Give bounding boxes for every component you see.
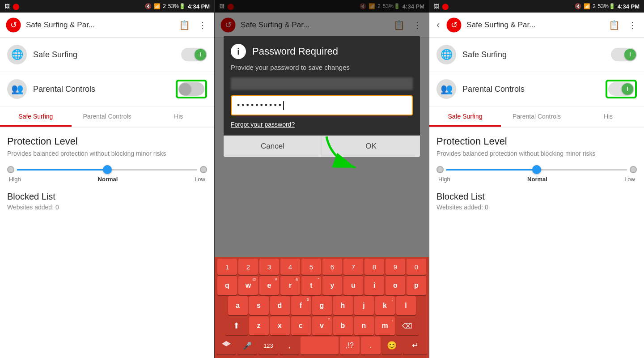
green-arrow bbox=[318, 132, 371, 177]
slider-dot-high-left bbox=[7, 166, 14, 173]
safe-surfing-toggle-right[interactable]: I bbox=[611, 48, 637, 61]
status-left-icons: 🖼 ⬤ bbox=[4, 3, 20, 10]
kb-key-1[interactable]: 1 bbox=[217, 259, 237, 275]
kb-r[interactable]: r& bbox=[280, 276, 300, 295]
kb-v[interactable]: v" bbox=[312, 316, 332, 335]
cancel-button[interactable]: Cancel bbox=[224, 136, 322, 157]
kb-mic[interactable]: 🎤 bbox=[237, 337, 257, 354]
slider-thumb-left[interactable] bbox=[103, 165, 112, 174]
kb-swiftkey[interactable] bbox=[216, 337, 236, 354]
status-bar-left: 🖼 ⬤ 🔇 📶 2 53%🔋 4:34 PM bbox=[0, 0, 214, 13]
kb-key-2[interactable]: 2 bbox=[238, 259, 258, 275]
keyboard[interactable]: 1 2 3 4 5 6 7 8 9 0 q w@ e# r& t* y u i bbox=[215, 257, 429, 358]
kb-p[interactable]: p bbox=[407, 276, 426, 295]
status-right-icons-right: 🔇 📶 2 53%🔋 4:34 PM bbox=[575, 3, 640, 10]
blocked-list-title-right: Blocked List bbox=[436, 192, 637, 202]
tab-safe-surfing-right[interactable]: Safe Surfing bbox=[429, 107, 501, 127]
kb-t[interactable]: t* bbox=[301, 276, 321, 295]
kb-key-6[interactable]: 6 bbox=[322, 259, 342, 275]
slider-track-left bbox=[17, 169, 197, 170]
tab-history-right[interactable]: His bbox=[572, 107, 644, 127]
status-left-icons-right: 🖼 ⬤ bbox=[434, 3, 449, 10]
dialog-title: Password Required bbox=[252, 46, 338, 57]
slider-left[interactable] bbox=[7, 166, 207, 173]
time-display: 4:34 PM bbox=[188, 3, 210, 10]
kb-123[interactable]: 123 bbox=[258, 337, 278, 354]
kb-key-8[interactable]: 8 bbox=[364, 259, 384, 275]
kb-q[interactable]: q bbox=[217, 276, 237, 295]
tab-history-left[interactable]: His bbox=[143, 107, 214, 127]
globe-icon-right: 🌐 bbox=[436, 45, 456, 64]
kb-c[interactable]: c bbox=[291, 316, 311, 335]
kb-emoji[interactable]: 😊 bbox=[382, 337, 402, 354]
kb-qmark[interactable]: ,!? bbox=[340, 337, 360, 354]
kb-o[interactable]: o bbox=[386, 276, 405, 295]
kb-delete[interactable]: ⌫ bbox=[396, 316, 419, 335]
slider-track-right bbox=[446, 169, 627, 170]
content-area-left: Protection Level Provides balanced prote… bbox=[0, 128, 214, 358]
back-icon-right[interactable]: ‹ bbox=[435, 17, 441, 33]
kb-m[interactable]: m, bbox=[375, 316, 395, 335]
kb-z[interactable]: z bbox=[249, 316, 269, 335]
kb-l[interactable]: l bbox=[396, 296, 416, 315]
kb-k[interactable]: k; bbox=[375, 296, 395, 315]
label-normal-right: Normal bbox=[527, 176, 547, 183]
kb-comma[interactable]: , bbox=[280, 337, 299, 354]
kb-g[interactable]: g bbox=[312, 296, 332, 315]
kb-e[interactable]: e# bbox=[259, 276, 279, 295]
kb-key-5[interactable]: 5 bbox=[301, 259, 321, 275]
kb-period[interactable]: . bbox=[361, 337, 381, 354]
kb-n[interactable]: n bbox=[354, 316, 374, 335]
kb-f[interactable]: f$ bbox=[291, 296, 311, 315]
kb-key-3[interactable]: 3 bbox=[259, 259, 279, 275]
tab-parental-controls-right[interactable]: Parental Controls bbox=[501, 107, 572, 127]
kb-h[interactable]: h bbox=[333, 296, 353, 315]
tab-safe-surfing-left[interactable]: Safe Surfing bbox=[0, 107, 72, 127]
kb-u[interactable]: u bbox=[343, 276, 363, 295]
mute-icon: 🔇 bbox=[145, 3, 152, 9]
kb-q-row: q w@ e# r& t* y u i o p bbox=[216, 276, 427, 295]
safe-surfing-item-right: 🌐 Safe Surfing I bbox=[429, 38, 644, 72]
kb-key-0[interactable]: 0 bbox=[407, 259, 426, 275]
kb-x[interactable]: x bbox=[270, 316, 290, 335]
tab-parental-controls-left[interactable]: Parental Controls bbox=[72, 107, 143, 127]
kb-i[interactable]: i bbox=[364, 276, 384, 295]
kb-enter[interactable]: ↵ bbox=[403, 337, 427, 354]
safe-surfing-knob-right: I bbox=[624, 49, 636, 60]
kb-j[interactable]: j bbox=[354, 296, 374, 315]
kb-d[interactable]: d bbox=[270, 296, 290, 315]
safe-surfing-item-left: 🌐 Safe Surfing I bbox=[0, 38, 214, 72]
kb-shift[interactable]: ⬆ bbox=[225, 316, 248, 335]
kb-key-7[interactable]: 7 bbox=[343, 259, 363, 275]
norton-icon: ⬤ bbox=[13, 3, 20, 10]
safe-surfing-toggle-left[interactable]: I bbox=[181, 48, 207, 61]
slider-dot-low-left bbox=[200, 166, 207, 173]
battery-icon: 53%🔋 bbox=[168, 3, 186, 9]
document-icon-left[interactable]: 📋 bbox=[177, 18, 192, 32]
people-icon-left: 👥 bbox=[7, 79, 27, 99]
more-icon-right[interactable]: ⋮ bbox=[626, 18, 639, 32]
document-icon-right[interactable]: 📋 bbox=[607, 18, 622, 32]
kb-y[interactable]: y bbox=[322, 276, 342, 295]
app-logo-right: ↺ bbox=[446, 17, 462, 33]
svg-text:↺: ↺ bbox=[10, 21, 17, 30]
password-input-wrapper[interactable]: •••••••••• bbox=[231, 95, 413, 115]
parental-toggle-left[interactable] bbox=[178, 82, 204, 96]
more-icon-left[interactable]: ⋮ bbox=[196, 18, 209, 32]
kb-w[interactable]: w@ bbox=[238, 276, 258, 295]
slider-right[interactable] bbox=[436, 166, 637, 173]
kb-key-9[interactable]: 9 bbox=[386, 259, 405, 275]
password-dots: •••••••••• bbox=[237, 101, 283, 110]
kb-b[interactable]: b bbox=[333, 316, 353, 335]
protection-level-desc-right: Provides balanced protection without blo… bbox=[436, 150, 637, 157]
kb-s[interactable]: s bbox=[249, 296, 269, 315]
label-normal-left: Normal bbox=[98, 176, 118, 183]
slider-thumb-right[interactable] bbox=[532, 165, 541, 174]
parental-toggle-right[interactable]: I bbox=[608, 82, 634, 96]
people-icon-right: 👥 bbox=[436, 79, 456, 99]
kb-key-4[interactable]: 4 bbox=[280, 259, 300, 275]
parental-controls-label-right: Parental Controls bbox=[462, 85, 599, 94]
kb-space[interactable] bbox=[301, 337, 339, 354]
safe-surfing-label-left: Safe Surfing bbox=[33, 50, 175, 60]
kb-a[interactable]: a bbox=[228, 296, 248, 315]
